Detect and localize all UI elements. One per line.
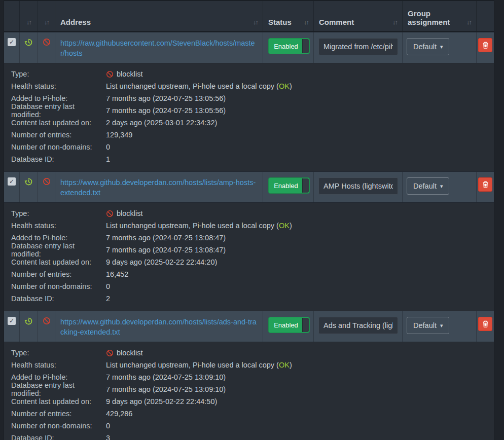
group-column-label: Group assignment: [408, 9, 456, 26]
history-icon[interactable]: [24, 317, 33, 325]
toggle-knob: [302, 39, 309, 53]
comment-input[interactable]: [318, 317, 398, 334]
comment-input[interactable]: [318, 38, 398, 55]
detail-label: Health status:: [11, 361, 106, 369]
header-comment-column[interactable]: Comment ↓↑: [313, 1, 402, 31]
ban-icon: [106, 210, 114, 217]
detail-added-value: 7 months ago (2024-07-25 13:08:47): [106, 234, 226, 242]
delete-button[interactable]: [478, 317, 492, 331]
header-type-column[interactable]: ↓↑: [38, 1, 55, 31]
detail-content-value: 9 days ago (2025-02-22 22:44:50): [106, 397, 217, 406]
table-row: ✓ https://www.github.developerdan.com/ho…: [4, 171, 494, 203]
detail-label: Database ID:: [11, 295, 106, 303]
action-cell: [476, 311, 495, 342]
toggle-knob: [302, 318, 309, 332]
adlist-url-link[interactable]: https://raw.githubusercontent.com/Steven…: [60, 38, 258, 58]
group-dropdown[interactable]: Default ▾: [407, 177, 449, 195]
detail-label: Database ID:: [11, 434, 106, 440]
sort-icon[interactable]: ↓↑: [26, 18, 31, 26]
status-cell: Enabled: [263, 32, 313, 63]
check-icon: ✓: [9, 178, 14, 185]
detail-label: Type:: [11, 209, 106, 217]
detail-label: Type:: [11, 349, 106, 357]
status-toggle[interactable]: Enabled: [268, 317, 310, 333]
status-toggle[interactable]: Enabled: [268, 38, 310, 54]
detail-label: Content last updated on:: [11, 119, 106, 127]
detail-type-value: blocklist: [117, 70, 143, 78]
detail-nondomains-value: 0: [106, 143, 110, 151]
sort-icon[interactable]: ↓↑: [301, 18, 308, 26]
caret-down-icon: ▾: [440, 323, 443, 328]
history-cell: [19, 172, 38, 202]
ban-icon: [43, 317, 51, 325]
status-toggle[interactable]: Enabled: [268, 177, 310, 194]
detail-content-value: 9 days ago (2025-02-22 22:44:20): [106, 258, 217, 266]
group-cell: Default ▾: [402, 172, 476, 202]
group-dropdown-label: Default: [413, 321, 437, 329]
history-icon[interactable]: [24, 177, 33, 186]
detail-label: Number of non-domains:: [11, 422, 106, 430]
caret-down-icon: ▾: [440, 184, 443, 189]
detail-health-value: List unchanged upstream, Pi-hole used a …: [106, 361, 279, 369]
status-cell: Enabled: [263, 311, 313, 342]
detail-label: Database entry last modified:: [11, 102, 106, 119]
adlist-url-link[interactable]: https://www.github.developerdan.com/host…: [60, 177, 258, 198]
row-select-checkbox[interactable]: ✓: [8, 38, 16, 46]
detail-label: Number of entries:: [11, 410, 106, 418]
detail-entries-value: 429,286: [106, 410, 132, 418]
row-details: Type: blocklist Health status: List unch…: [4, 63, 494, 171]
comment-column-label: Comment: [319, 18, 354, 26]
sort-icon[interactable]: ↓↑: [463, 18, 471, 26]
address-cell: https://www.github.developerdan.com/host…: [55, 311, 263, 342]
history-cell: [19, 311, 38, 342]
address-column-label: Address: [60, 18, 91, 26]
row-select-checkbox[interactable]: ✓: [8, 177, 16, 186]
header-address-column[interactable]: Address ↓↑: [55, 1, 263, 31]
detail-label: Added to Pi-hole:: [11, 234, 106, 242]
sort-icon[interactable]: ↓↑: [250, 18, 258, 26]
select-cell: ✓: [4, 311, 19, 342]
detail-health-value: List unchanged upstream, Pi-hole used a …: [106, 222, 279, 230]
sort-icon[interactable]: ↓↑: [44, 18, 49, 26]
detail-dbid-value: 3: [106, 434, 110, 440]
type-cell: [38, 311, 55, 342]
detail-label: Number of entries:: [11, 131, 106, 139]
header-select-column: [4, 1, 19, 31]
select-cell: ✓: [4, 172, 19, 202]
detail-type-value: blocklist: [117, 209, 143, 217]
header-history-column[interactable]: ↓↑: [19, 1, 38, 31]
address-cell: https://raw.githubusercontent.com/Steven…: [55, 32, 263, 63]
adlist-url-link[interactable]: https://www.github.developerdan.com/host…: [60, 317, 258, 337]
sort-icon[interactable]: ↓↑: [389, 18, 397, 26]
header-status-column[interactable]: Status ↓↑: [263, 1, 313, 31]
detail-type-value: blocklist: [117, 349, 143, 357]
detail-label: Number of non-domains:: [11, 282, 106, 290]
delete-button[interactable]: [478, 38, 492, 52]
detail-label: Health status:: [11, 82, 106, 90]
detail-entries-value: 129,349: [106, 131, 132, 139]
comment-input[interactable]: [318, 177, 398, 195]
detail-label: Database entry last modified:: [11, 381, 106, 397]
detail-entries-value: 16,452: [106, 270, 128, 278]
table-row: ✓ https://www.github.developerdan.com/ho…: [4, 311, 494, 342]
group-dropdown[interactable]: Default ▾: [407, 38, 449, 55]
comment-cell: [313, 32, 402, 63]
adlist-table: ↓↑ ↓↑ Address ↓↑ Status ↓↑ Comment ↓↑ Gr…: [4, 0, 494, 440]
detail-label: Type:: [11, 70, 106, 78]
detail-dbid-value: 2: [106, 295, 110, 303]
action-cell: [476, 32, 495, 63]
group-dropdown[interactable]: Default ▾: [407, 317, 449, 334]
ban-icon: [43, 177, 51, 186]
row-details: Type: blocklist Health status: List unch…: [4, 203, 494, 311]
detail-label: Number of entries:: [11, 270, 106, 278]
ban-icon: [106, 70, 114, 78]
row-select-checkbox[interactable]: ✓: [8, 317, 16, 325]
delete-button[interactable]: [478, 177, 492, 192]
detail-content-value: 2 days ago (2025-03-01 22:34:32): [106, 119, 217, 127]
table-row: ✓ https://raw.githubusercontent.com/Stev…: [4, 32, 494, 63]
detail-nondomains-value: 0: [106, 282, 110, 290]
detail-label: Health status:: [11, 222, 106, 230]
header-group-column[interactable]: Group assignment ↓↑: [402, 1, 476, 31]
history-icon[interactable]: [24, 38, 33, 47]
comment-cell: [313, 172, 402, 202]
